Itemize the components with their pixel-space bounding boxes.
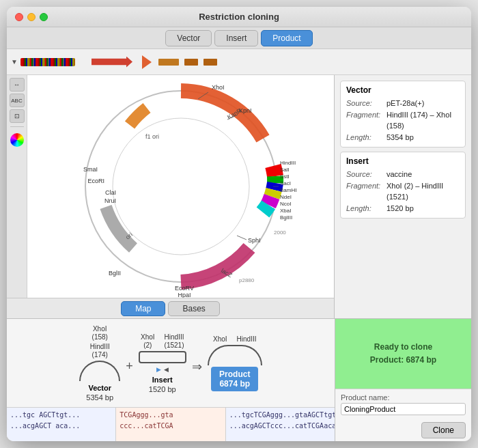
label-clai: ClaI [104, 189, 115, 196]
product-hindiii-label: HindIII [237, 335, 257, 344]
plasmid-map: XhoI KpnI HindIII SalI SstI SacI BamHI N… [65, 75, 297, 298]
bottom-left: XhoI (158) HindIII (174) Vector 5354 bp … [7, 319, 335, 441]
insert-box [139, 351, 186, 363]
product-xhoi-label: XhoI [213, 335, 227, 344]
map-container: XhoI KpnI HindIII SalI SstI SacI BamHI N… [27, 75, 334, 298]
label-ncoi: NcoI [280, 201, 291, 207]
tab-vector[interactable]: Vector [165, 30, 212, 46]
tab-insert[interactable]: Insert [214, 30, 258, 46]
vector-info-title: Vector [346, 85, 460, 95]
select-tool[interactable]: ⊡ [10, 109, 25, 123]
vector-hindiii-label: HindIII (174) [90, 343, 110, 359]
orange-triangle-segment [142, 55, 152, 69]
orange-dash-segment [184, 59, 198, 66]
label-sphi: SphI [248, 237, 261, 244]
clone-button[interactable]: Clone [421, 422, 466, 438]
bottom-right: Ready to clone Product: 6874 bp Product … [335, 319, 471, 441]
insert-fragment-label: Fragment: [346, 180, 384, 203]
insert-diagram-item: XhoI (2) HindIII (1521) ▶ ◀ Insert [139, 333, 186, 393]
label-sali: SalI [280, 167, 290, 173]
label-2000: 2000 [274, 229, 286, 236]
vector-arc [79, 361, 120, 381]
orange-dash2-segment [203, 59, 217, 66]
insert-source-label: Source: [346, 169, 384, 180]
vector-fragment-label: Fragment: [346, 109, 384, 132]
dropdown-arrow[interactable]: ▼ [10, 57, 19, 67]
product-name-label: Product name: [341, 393, 466, 402]
bottom-section: XhoI (158) HindIII (174) Vector 5354 bp … [7, 318, 471, 441]
sequence-bar: ▼ [7, 49, 471, 75]
product-name-input[interactable] [341, 403, 466, 415]
label-saci: SacI [280, 180, 291, 186]
bottom-tabs: Map Bases [7, 298, 334, 318]
product-name-area: Product name: [335, 389, 471, 419]
sequence-text-area: ...tgc AGCTtgt... ...acgAGCT aca... TCGA… [7, 407, 335, 441]
minimize-button[interactable] [27, 13, 36, 21]
traffic-lights [15, 13, 48, 21]
seq-middle-line2: ccc...catTCGA [120, 421, 221, 432]
orange-bar-segment [158, 59, 179, 66]
main-window: Restriction cloning Vector Insert Produc… [7, 7, 471, 441]
vector-length-value: 5354 bp [386, 132, 414, 143]
insert-arrow-left: ◀ [164, 366, 169, 373]
insert-source-value: vaccine [386, 169, 412, 180]
insert-hindiii-label: HindIII (1521) [165, 333, 184, 350]
vector-bp: 5354 bp [86, 393, 113, 402]
clone-diagram: XhoI (158) HindIII (174) Vector 5354 bp … [7, 319, 335, 407]
seq-left-line2: ...acgAGCT aca... [10, 421, 112, 432]
zoom-tool[interactable]: ABC [10, 94, 25, 107]
label-nrui: NruI [104, 197, 115, 204]
label-p2880: p2880 [239, 277, 255, 283]
label-hindiii: HindIII [280, 160, 296, 166]
insert-labels: XhoI (2) HindIII (1521) [141, 333, 184, 350]
insert-fragment-value: XhoI (2) – HindIII (1521) [386, 180, 460, 203]
label-xbai: XbaI [280, 208, 291, 214]
insert-info-title: Insert [346, 156, 460, 166]
vector-info-section: Vector Source: pET-28a(+) Fragment: Hind… [340, 81, 466, 148]
ready-line1: Ready to clone [374, 341, 432, 354]
seq-middle-line1: TCGAggg...gta [120, 410, 221, 421]
seq-left-line1: ...tgc AGCTtgt... [10, 410, 112, 421]
svg-point-1 [113, 118, 249, 255]
insert-bp: 1520 bp [149, 385, 176, 393]
vector-source-label: Source: [346, 98, 384, 109]
insert-name: Insert [152, 376, 173, 384]
seq-right-line1: ...tgcTCGAggg...gtaAGCTtgt... [229, 410, 331, 421]
seq-col-left: ...tgc AGCTtgt... ...acgAGCT aca... [7, 408, 116, 441]
product-arc [208, 345, 262, 365]
clone-button-area: Clone [335, 419, 471, 441]
arrow-sign: ⇒ [192, 359, 202, 374]
tab-map[interactable]: Map [121, 301, 165, 316]
arrow-tool[interactable]: ↔ [10, 78, 25, 92]
svg-line-5 [237, 236, 247, 240]
product-button[interactable]: Product 6874 bp [211, 367, 258, 391]
insert-arrow-right: ▶ [156, 366, 161, 373]
ready-box: Ready to clone Product: 6874 bp [335, 319, 471, 389]
label-bamhi: BamHI [280, 187, 296, 193]
label-ssti: SstI [280, 173, 290, 180]
insert-length-value: 1520 bp [386, 203, 414, 214]
vector-fragment-value: HindIII (174) – XhoI (158) [386, 109, 460, 132]
color-wheel[interactable] [10, 133, 24, 147]
plus-sign: + [126, 359, 133, 374]
insert-xhoi-label: XhoI (2) [141, 333, 155, 350]
color-bar-segment [20, 58, 75, 66]
insert-info-section: Insert Source: vaccine Fragment: XhoI (2… [340, 152, 466, 219]
ready-line2: Product: 6874 bp [370, 354, 436, 367]
insert-arrows: ▶ ◀ [156, 366, 169, 373]
insert-length-label: Length: [346, 203, 384, 214]
seq-col-right: ...tgcTCGAggg...gtaAGCTtgt... ...acgAGCT… [226, 408, 335, 441]
label-smai: SmaI [83, 166, 97, 173]
tab-product[interactable]: Product [261, 30, 312, 46]
product-diagram-item: XhoI HindIII Product 6874 bp [208, 335, 262, 391]
fullscreen-button[interactable] [40, 13, 48, 21]
tab-bases[interactable]: Bases [168, 301, 219, 316]
left-toolbar: ↔ ABC ⊡ [7, 75, 27, 298]
label-bglii-left: BglII [108, 270, 120, 277]
vector-source-value: pET-28a(+) [386, 98, 424, 109]
close-button[interactable] [15, 13, 23, 21]
vector-length-label: Length: [346, 132, 384, 143]
product-labels: XhoI HindIII [213, 335, 256, 344]
main-content: ↔ ABC ⊡ [7, 75, 471, 318]
seq-right-line2: ...acgAGCTccc...catTCGAaca... [229, 421, 331, 432]
